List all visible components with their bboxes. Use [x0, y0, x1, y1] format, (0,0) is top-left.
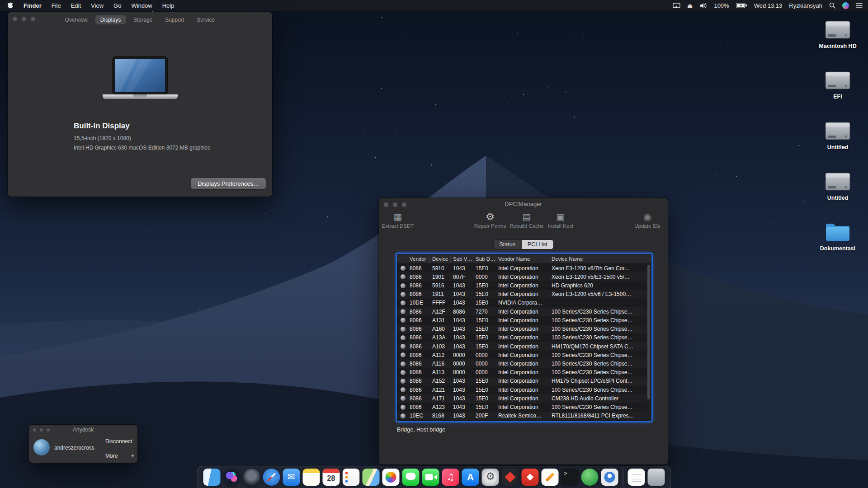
desktop-icon-untitled[interactable]: Untitled: [811, 119, 865, 150]
dock-green-app-icon[interactable]: [581, 469, 599, 486]
apple-menu-icon[interactable]: [7, 1, 14, 9]
column-header-device-name[interactable]: Device Name: [549, 254, 651, 263]
siri-icon[interactable]: [842, 2, 849, 9]
menu-item-view[interactable]: View: [91, 2, 104, 9]
dock-red-app-2-icon[interactable]: [522, 469, 539, 486]
table-row[interactable]: 8086A160104315E0Intel Corporation100 Ser…: [397, 325, 651, 333]
column-header-sub-d-[interactable]: Sub D…: [473, 254, 496, 263]
tab-displays[interactable]: Displays: [95, 15, 126, 24]
menu-item-help[interactable]: Help: [162, 2, 175, 9]
tab-overview[interactable]: Overview: [60, 15, 93, 24]
table-scrollbar[interactable]: [647, 264, 651, 420]
dock-finder-icon[interactable]: [203, 469, 221, 486]
dock-safari-icon[interactable]: [263, 469, 280, 486]
column-header-device[interactable]: Device: [430, 254, 451, 263]
table-cell: 0000: [473, 369, 496, 375]
dock-messages-icon[interactable]: [402, 469, 420, 486]
table-row[interactable]: 8086A171104315E0Intel CorporationCM238 H…: [397, 394, 651, 403]
table-row[interactable]: 8086A13A104315E0Intel Corporation100 Ser…: [397, 333, 651, 342]
column-header-vendor[interactable]: Vendor: [407, 254, 430, 263]
spotlight-search-icon[interactable]: [829, 1, 835, 9]
dock-siri-icon[interactable]: [223, 469, 241, 486]
dock-trash-icon[interactable]: [648, 469, 665, 486]
desktop-icon-macintosh-hd[interactable]: Macintosh HD: [811, 18, 865, 49]
dock-facetime-icon[interactable]: [422, 469, 439, 486]
dock-calendar-icon[interactable]: 28: [323, 469, 340, 486]
table-row[interactable]: 8086A12F80867270Intel Corporation100 Ser…: [397, 307, 651, 316]
dock-mail-icon[interactable]: [283, 469, 300, 486]
menu-item-window[interactable]: Window: [131, 2, 152, 9]
dock-reminders-icon[interactable]: [343, 469, 360, 486]
desktop-icon-untitled[interactable]: Untitled: [811, 170, 865, 201]
tab-pci-list[interactable]: PCI List: [521, 240, 553, 249]
display-mirroring-icon[interactable]: [673, 1, 680, 9]
dpci-titlebar[interactable]: DPCIManager: [379, 198, 668, 211]
eject-icon[interactable]: ⏏: [687, 1, 693, 9]
table-row[interactable]: 80861911104315E0Intel CorporationXeon E3…: [397, 290, 651, 299]
menu-item-finder[interactable]: Finder: [24, 2, 42, 9]
toolbar-extract-dsdt[interactable]: ▦Extract DSDT: [376, 211, 420, 229]
table-cell: 1043: [451, 326, 473, 332]
notification-center-icon[interactable]: [856, 1, 863, 9]
table-row[interactable]: 10DEFFFF104315E0NVIDIA Corpora…: [397, 299, 651, 307]
dock-textedit-icon[interactable]: [628, 469, 645, 486]
dock-app-store-icon[interactable]: [462, 469, 479, 486]
dock-pages-icon[interactable]: [542, 469, 559, 486]
tab-service[interactable]: Service: [192, 15, 220, 24]
dpcimanager-window: DPCIManager ▦Extract DSDT⚙Repair Perms▤R…: [379, 198, 668, 465]
pci-device-icon: [401, 405, 406, 410]
menu-item-file[interactable]: File: [52, 2, 61, 9]
anydesk-titlebar[interactable]: Anydesk: [29, 425, 137, 435]
volume-icon[interactable]: [699, 1, 707, 9]
tab-support[interactable]: Support: [160, 15, 189, 24]
scrollbar-thumb[interactable]: [647, 265, 650, 399]
menu-item-edit[interactable]: Edit: [71, 2, 81, 9]
battery-charging-icon[interactable]: [736, 1, 747, 9]
tab-storage[interactable]: Storage: [128, 15, 157, 24]
table-row[interactable]: 8086A131104315E0Intel Corporation100 Ser…: [397, 316, 651, 324]
dock-profile-app-icon[interactable]: [601, 469, 618, 486]
table-row[interactable]: 8086A121104315E0Intel Corporation100 Ser…: [397, 385, 651, 394]
disconnect-button[interactable]: Disconnect: [101, 435, 137, 449]
dock-launchpad-icon[interactable]: [243, 469, 260, 486]
toolbar-install-kext[interactable]: ▣Install Kext: [539, 211, 582, 229]
dock-maps-icon[interactable]: [363, 469, 380, 486]
dock-notes-icon[interactable]: [303, 469, 320, 486]
anydesk-actions: Disconnect More ▾: [101, 435, 137, 463]
desktop-icon-dokumentasi[interactable]: Dokumentasi: [811, 221, 865, 252]
table-row[interactable]: 10EC81681043200FRealtek Semico…RTL8111/8…: [397, 412, 651, 420]
menu-clock[interactable]: Wed 13.13: [754, 2, 783, 9]
dock-music-icon[interactable]: [442, 469, 459, 486]
pci-table-body: 80865910104315E0Intel CorporationXeon E3…: [397, 264, 651, 420]
column-header-vendor-name[interactable]: Vendor Name: [496, 254, 549, 263]
table-row[interactable]: 8086A123104315E0Intel Corporation100 Ser…: [397, 403, 651, 412]
table-row[interactable]: 8086A11300000000Intel Corporation100 Ser…: [397, 368, 651, 377]
dock-photos-icon[interactable]: [382, 469, 400, 486]
battery-percent: 100%: [714, 2, 729, 9]
menu-items: FinderFileEditViewGoWindowHelp: [24, 2, 174, 9]
menu-user[interactable]: Ryzkiansyah: [789, 2, 822, 9]
dock-terminal-icon[interactable]: [561, 469, 579, 486]
anydesk-username: andreszerocross: [54, 445, 94, 451]
more-button[interactable]: More ▾: [101, 449, 137, 463]
table-row[interactable]: 8086A11200000000Intel Corporation100 Ser…: [397, 351, 651, 359]
displays-preferences-button[interactable]: Displays Preferences…: [191, 178, 266, 189]
tab-status[interactable]: Status: [493, 240, 521, 249]
row-icon-cell: [397, 361, 407, 366]
toolbar-update-ids[interactable]: ◉Update IDs: [627, 211, 668, 229]
table-cell: 8086: [407, 334, 430, 341]
dock-red-app-1-icon[interactable]: [502, 469, 519, 486]
table-cell: Xeon E3-1200 v5/E3-1500 v5/…: [549, 274, 651, 280]
table-row[interactable]: 8086A11600000000Intel Corporation100 Ser…: [397, 359, 651, 368]
table-row[interactable]: 80865916104315E0Intel CorporationHD Grap…: [397, 281, 651, 290]
table-row[interactable]: 80865910104315E0Intel CorporationXeon E3…: [397, 264, 651, 272]
dock-system-preferences-icon[interactable]: [482, 469, 499, 486]
table-row[interactable]: 8086A152104315E0Intel CorporationHM175 C…: [397, 377, 651, 385]
display-resolution: 15,5-inch (868 x 488): [74, 135, 131, 141]
table-row[interactable]: 8086A103104315E0Intel CorporationHM170/Q…: [397, 342, 651, 351]
about-titlebar[interactable]: OverviewDisplaysStorageSupportService: [8, 12, 272, 25]
desktop-icon-efi[interactable]: EFI: [811, 69, 865, 100]
column-header-sub-v-[interactable]: Sub V…: [451, 254, 473, 263]
menu-item-go[interactable]: Go: [113, 2, 121, 9]
table-row[interactable]: 80861901007F0000Intel CorporationXeon E3…: [397, 272, 651, 281]
